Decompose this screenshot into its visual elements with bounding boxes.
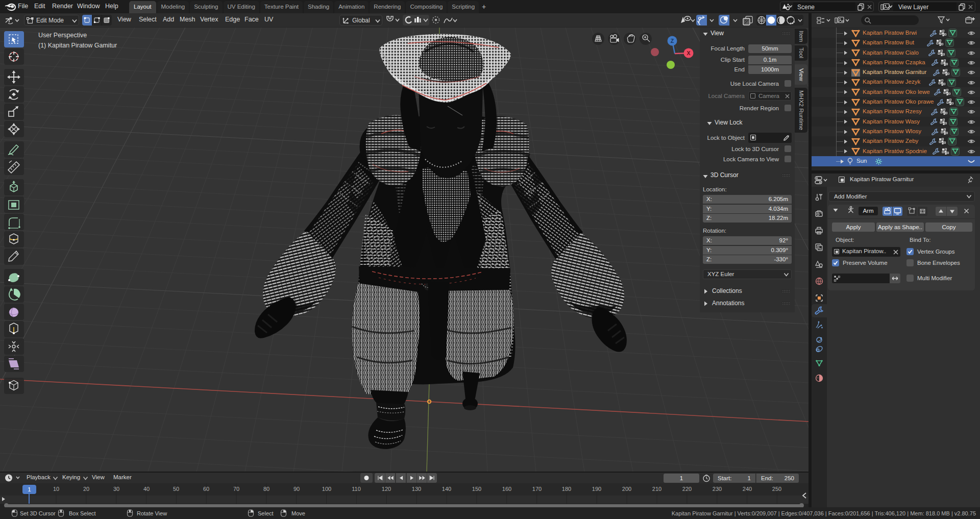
svg-text:Z: Z	[671, 38, 674, 44]
svg-text:X: X	[687, 50, 690, 56]
